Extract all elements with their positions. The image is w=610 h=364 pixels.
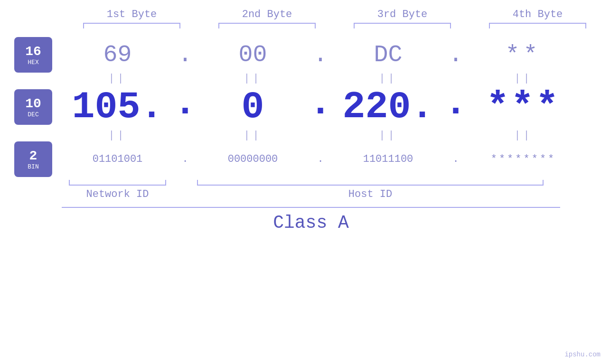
page-container: 1st Byte 2nd Byte 3rd Byte 4th Byte 16 H…: [0, 0, 610, 364]
hex-byte1: 69: [62, 41, 173, 68]
eq2-byte2: ||: [197, 130, 309, 141]
byte-headers-row: 1st Byte 2nd Byte 3rd Byte 4th Byte: [0, 0, 603, 20]
bin-row: 2 BIN 01101001 . 00000000 . 11011100 . *…: [0, 141, 610, 177]
bracket-byte1: [83, 23, 180, 28]
dec-dot2: .: [309, 84, 332, 130]
hex-dot1: .: [173, 41, 197, 68]
bin-byte2: 00000000: [197, 153, 309, 165]
bottom-bracket-byte1: [69, 180, 166, 186]
bin-badge-number: 2: [29, 149, 38, 163]
byte4-label: 4th Byte: [482, 9, 593, 20]
dec-badge: 10 DEC: [14, 89, 52, 125]
bin-byte1: 01101001: [62, 153, 173, 165]
class-label: Class A: [273, 213, 349, 233]
dec-byte2: 0: [197, 88, 309, 126]
byte2-label: 2nd Byte: [211, 9, 323, 20]
hex-badge-label: HEX: [28, 59, 38, 66]
equal-row-1: || || || ||: [0, 73, 610, 84]
bracket-byte4: [489, 23, 586, 28]
dec-byte3: 220.: [332, 88, 444, 126]
dec-byte1: 105.: [62, 88, 173, 126]
hex-dot2: .: [309, 41, 332, 68]
bin-badge-container: 2 BIN: [5, 141, 62, 177]
dec-row: 10 DEC 105. . 0 . 220. . ***: [0, 84, 610, 130]
class-outer-line: [62, 207, 560, 208]
bin-byte4: ********: [468, 153, 579, 165]
bottom-brackets: [0, 180, 610, 186]
hex-byte4: **: [468, 41, 579, 68]
byte3-label: 3rd Byte: [347, 9, 458, 20]
dec-dot1: .: [173, 84, 197, 130]
eq1-byte2: ||: [197, 73, 309, 84]
dec-byte4: ***: [468, 88, 579, 126]
eq1-byte1: ||: [62, 73, 173, 84]
class-label-container: Class A: [62, 213, 560, 233]
watermark: ipshu.com: [564, 351, 601, 358]
eq1-byte3: ||: [332, 73, 444, 84]
eq1-byte4: ||: [468, 73, 579, 84]
hex-byte2: 00: [197, 41, 309, 68]
bin-dot3: .: [444, 153, 468, 165]
bin-badge-label: BIN: [28, 163, 38, 170]
equal-row-2: || || || ||: [0, 130, 610, 141]
bin-byte3: 11011100: [332, 153, 444, 165]
hex-dot3: .: [444, 41, 468, 68]
hex-row: 16 HEX 69 . 00 . DC . **: [0, 37, 610, 73]
bottom-labels: Network ID Host ID: [0, 188, 610, 200]
dec-badge-container: 10 DEC: [5, 89, 62, 125]
bin-dot1: .: [173, 153, 197, 165]
top-brackets: [0, 20, 610, 28]
byte1-label: 1st Byte: [76, 9, 188, 20]
host-id-label: Host ID: [197, 188, 544, 200]
eq2-byte4: ||: [468, 130, 579, 141]
bin-dot2: .: [309, 153, 332, 165]
dec-dot3: .: [444, 84, 468, 130]
hex-badge-container: 16 HEX: [5, 37, 62, 73]
eq2-byte3: ||: [332, 130, 444, 141]
bracket-byte3: [354, 23, 451, 28]
dec-badge-label: DEC: [28, 111, 38, 118]
bin-badge: 2 BIN: [14, 141, 52, 177]
network-id-label: Network ID: [62, 188, 173, 200]
dec-badge-number: 10: [25, 96, 41, 111]
hex-badge-number: 16: [25, 44, 41, 59]
bottom-bracket-host: [197, 180, 544, 186]
hex-badge: 16 HEX: [14, 37, 52, 73]
hex-byte3: DC: [332, 41, 444, 68]
bracket-byte2: [218, 23, 316, 28]
eq2-byte1: ||: [62, 130, 173, 141]
